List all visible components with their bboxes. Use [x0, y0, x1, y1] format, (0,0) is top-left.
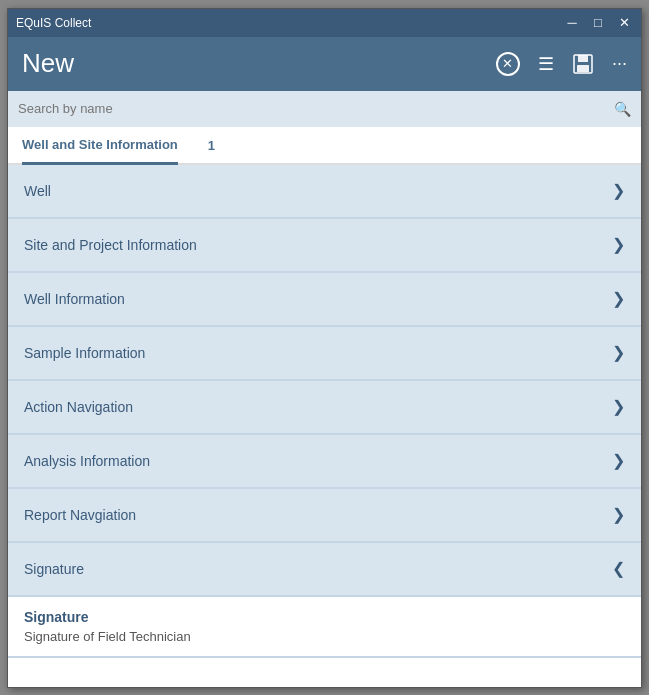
section-row-well-info[interactable]: Well Information ❯ — [8, 273, 641, 327]
search-bar: 🔍 — [8, 91, 641, 127]
chevron-well: ❯ — [612, 181, 625, 200]
section-label-signature: Signature — [24, 561, 84, 577]
svg-rect-1 — [578, 55, 588, 62]
header-bar: New ✕ ☰ ··· — [8, 37, 641, 91]
section-label-well: Well — [24, 183, 51, 199]
tab-count: 1 — [208, 128, 215, 163]
discard-button[interactable]: ✕ — [496, 52, 520, 76]
chevron-site-project: ❯ — [612, 235, 625, 254]
section-label-action-nav: Action Navigation — [24, 399, 133, 415]
section-row-well[interactable]: Well ❯ — [8, 165, 641, 219]
section-row-analysis-info[interactable]: Analysis Information ❯ — [8, 435, 641, 489]
chevron-signature: ❮ — [612, 559, 625, 578]
save-button[interactable] — [572, 53, 594, 75]
chevron-analysis-info: ❯ — [612, 451, 625, 470]
section-label-report-nav: Report Navgiation — [24, 507, 136, 523]
app-title: EQuIS Collect — [16, 16, 563, 30]
section-label-sample-info: Sample Information — [24, 345, 145, 361]
signature-expanded-subtitle: Signature of Field Technician — [24, 629, 625, 644]
section-label-site-project: Site and Project Information — [24, 237, 197, 253]
tab-row: Well and Site Information 1 — [8, 127, 641, 165]
section-row-sample-info[interactable]: Sample Information ❯ — [8, 327, 641, 381]
page-title: New — [22, 48, 496, 79]
signature-expanded-title: Signature — [24, 609, 625, 625]
search-icon: 🔍 — [614, 101, 631, 117]
more-options-button[interactable]: ··· — [612, 53, 627, 74]
chevron-well-info: ❯ — [612, 289, 625, 308]
chevron-report-nav: ❯ — [612, 505, 625, 524]
close-window-button[interactable]: ✕ — [615, 14, 633, 32]
section-list: Well ❯ Site and Project Information ❯ We… — [8, 165, 641, 687]
app-window: EQuIS Collect ─ □ ✕ New ✕ ☰ ··· 🔍 — [7, 8, 642, 688]
section-row-signature[interactable]: Signature ❮ — [8, 543, 641, 597]
section-row-report-nav[interactable]: Report Navgiation ❯ — [8, 489, 641, 543]
header-actions: ✕ ☰ ··· — [496, 52, 627, 76]
section-label-well-info: Well Information — [24, 291, 125, 307]
search-input[interactable] — [18, 101, 614, 116]
list-button[interactable]: ☰ — [538, 53, 554, 75]
chevron-action-nav: ❯ — [612, 397, 625, 416]
minimize-button[interactable]: ─ — [563, 14, 581, 32]
title-bar-controls: ─ □ ✕ — [563, 14, 633, 32]
signature-expanded-panel: Signature Signature of Field Technician — [8, 597, 641, 658]
maximize-button[interactable]: □ — [589, 14, 607, 32]
title-bar: EQuIS Collect ─ □ ✕ — [8, 9, 641, 37]
section-label-analysis-info: Analysis Information — [24, 453, 150, 469]
section-row-site-project[interactable]: Site and Project Information ❯ — [8, 219, 641, 273]
tab-well-site[interactable]: Well and Site Information — [22, 127, 178, 165]
save-icon — [572, 53, 594, 75]
svg-rect-2 — [577, 65, 589, 72]
section-row-action-nav[interactable]: Action Navigation ❯ — [8, 381, 641, 435]
chevron-sample-info: ❯ — [612, 343, 625, 362]
